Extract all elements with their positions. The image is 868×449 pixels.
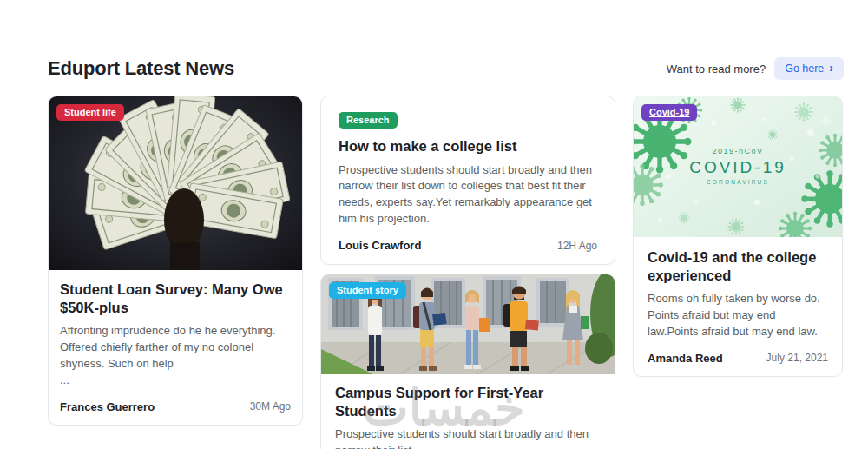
college-list-excerpt: Prospective students should start broadl… [339, 162, 597, 228]
middle-column: Research How to make a college list Pros… [320, 96, 615, 449]
go-here-label: Go here [785, 63, 824, 75]
chevron-right-icon: › [829, 62, 833, 74]
section-header: Eduport Latest News Want to read more? G… [48, 57, 844, 80]
student-loan-image[interactable]: Student life [49, 96, 302, 270]
covid-image-subtitle: 2019-nCoV [712, 147, 763, 155]
college-list-time: 12H Ago [557, 240, 597, 252]
covid-time: July 21, 2021 [766, 352, 828, 364]
student-loan-title[interactable]: Student Loan Survey: Many Owe $50K-plus [60, 281, 291, 316]
covid-body: Covid-19 and the college experienced Roo… [634, 237, 842, 376]
campus-support-body: Campus Support for First-Year Students P… [321, 374, 615, 449]
campus-support-title[interactable]: Campus Support for First-Year Students [335, 384, 601, 419]
college-list-author: Louis Crawford [339, 239, 421, 252]
badge-student-story[interactable]: Student story [329, 282, 406, 299]
card-college-list: Research How to make a college list Pros… [320, 96, 615, 265]
card-covid: 2019-nCoV COVID-19 CORONAVIRUS Covid-19 … [633, 96, 843, 377]
student-loan-excerpt: Affronting imprudence do he he everythin… [60, 323, 291, 388]
read-more-label: Want to read more? [667, 63, 766, 76]
student-loan-author: Frances Guerrero [60, 400, 155, 413]
college-list-title[interactable]: How to make a college list [339, 137, 597, 155]
student-loan-body: Student Loan Survey: Many Owe $50K-plus … [49, 270, 302, 425]
badge-research[interactable]: Research [339, 112, 398, 129]
campus-support-image[interactable]: Student story [321, 274, 615, 374]
badge-covid[interactable]: Covid-19 [641, 104, 697, 121]
read-more-area: Want to read more? Go here › [667, 57, 844, 80]
badge-student-life[interactable]: Student life [56, 104, 124, 121]
covid-title[interactable]: Covid-19 and the college experienced [648, 248, 828, 284]
covid-excerpt: Rooms oh fully taken by worse do. Points… [648, 291, 828, 340]
go-here-button[interactable]: Go here › [774, 57, 844, 80]
campus-support-excerpt: Prospective students should start broadl… [335, 426, 601, 449]
college-list-body: Research How to make a college list Pros… [321, 96, 615, 264]
student-loan-time: 30M Ago [250, 400, 291, 413]
covid-author: Amanda Reed [648, 352, 723, 365]
student-loan-footer: Frances Guerrero 30M Ago [60, 400, 291, 413]
money-fan-illustration [49, 96, 302, 270]
covid-footer: Amanda Reed July 21, 2021 [648, 352, 828, 365]
covid-image-title: COVID-19 [689, 158, 786, 176]
card-student-loan: Student life Student Loan Survey: Many O… [48, 96, 303, 426]
covid-image-caption: CORONAVIRUS [707, 179, 769, 185]
page-title: Eduport Latest News [48, 57, 234, 80]
college-list-footer: Louis Crawford 12H Ago [339, 239, 597, 252]
card-campus-support: Student story Campus Support for First-Y… [320, 274, 615, 449]
news-grid: Student life Student Loan Survey: Many O… [48, 96, 843, 449]
covid-image[interactable]: 2019-nCoV COVID-19 CORONAVIRUS Covid-19 [634, 96, 842, 237]
